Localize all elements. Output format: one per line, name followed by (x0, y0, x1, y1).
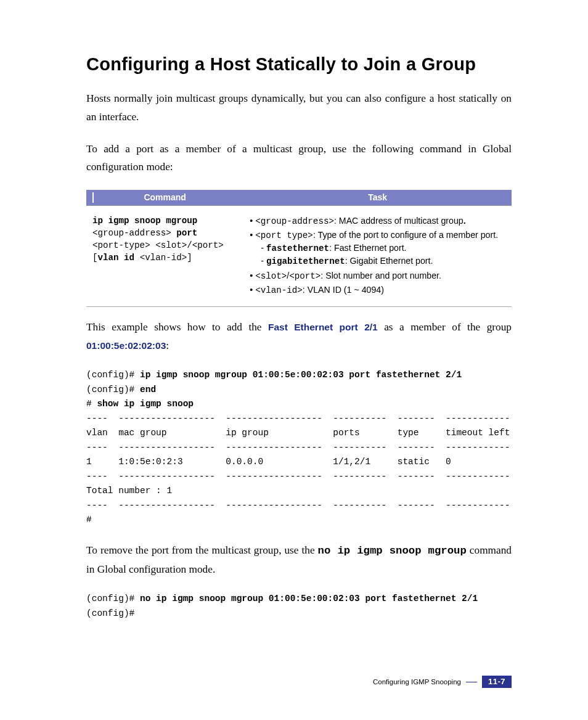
text: : VLAN ID (1 ~ 4094) (303, 285, 384, 295)
code: fastethernet (266, 243, 329, 253)
footer-divider (466, 682, 477, 682)
task-bullet: <slot>/<port>: Slot number and port numb… (250, 269, 505, 282)
output: ---- ------------------ ----------------… (86, 414, 510, 423)
paragraph-intro: Hosts normally join multicast groups dyn… (86, 89, 512, 126)
text: : MAC address of multicast group (334, 216, 463, 226)
output: # (86, 515, 92, 525)
prompt: (config)# (86, 608, 134, 618)
text: To remove the port from the multicast gr… (86, 544, 318, 556)
paragraph-remove: To remove the port from the multicast gr… (86, 541, 512, 579)
cmd: show ip igmp snoop (97, 399, 194, 409)
cell-task: <group-address>: MAC address of multicas… (243, 206, 512, 307)
code: <vlan-id> (255, 285, 303, 295)
prompt: (config)# (86, 594, 140, 603)
text: : Fast Ethernet port. (329, 243, 406, 253)
prompt: (config)# (86, 370, 140, 380)
cmd-text: [ (92, 253, 98, 263)
task-subitem: - gigabitethernet: Gigabit Ethernet port… (250, 255, 505, 268)
cell-command: ip igmp snoop mgroup <group-address> por… (86, 206, 243, 307)
inline-code: no ip igmp snoop mgroup (318, 545, 467, 557)
code: gigabitethernet (266, 256, 345, 266)
text: . (463, 216, 466, 226)
section-title: Configuring a Host Statically to Join a … (86, 54, 512, 75)
task-subitem: - fastethernet: Fast Ethernet port. (250, 242, 505, 255)
page-content: Configuring a Host Statically to Join a … (86, 54, 512, 634)
code: <group-address> (255, 216, 334, 226)
paragraph-instruction: To add a port as a member of a multicast… (86, 140, 512, 177)
prompt: # (86, 399, 97, 409)
command-table: Command Task ip igmp snoop mgroup <group… (86, 190, 512, 307)
text: : Gigabit Ethernet port. (345, 256, 433, 266)
cmd-keyword: ip igmp snoop mgroup (92, 216, 197, 226)
task-bullet: <group-address>: MAC address of multicas… (250, 215, 505, 227)
code: <slot> (255, 271, 287, 281)
text: This example shows how to add the (86, 321, 268, 333)
task-bullet: <vlan-id>: VLAN ID (1 ~ 4094) (250, 284, 505, 297)
cmd-keyword: vlan id (98, 253, 135, 263)
text: : Slot number and port number. (321, 271, 441, 280)
table-row: ip igmp snoop mgroup <group-address> por… (86, 206, 512, 307)
code-block-add: (config)# ip igmp snoop mgroup 01:00:5e:… (86, 368, 512, 527)
cmd-arg: <group-address> (92, 228, 171, 238)
output: 1 1:0:5e:0:2:3 0.0.0.0 1/1,2/1 static 0 (86, 457, 451, 467)
cmd-arg: <vlan-id> (134, 253, 187, 263)
table-header-row: Command Task (86, 190, 512, 206)
cmd-arg: <port-type> <slot> (92, 240, 187, 250)
text: : (166, 340, 169, 351)
output: ---- ------------------ ----------------… (86, 501, 510, 510)
cmd-text: / (187, 240, 192, 250)
output: Total number : 1 (86, 486, 172, 496)
cmd: no ip igmp snoop mgroup 01:00:5e:00:02:0… (140, 594, 478, 603)
paragraph-example: This example shows how to add the Fast E… (86, 318, 512, 355)
task-bullet: <port type>: Type of the port to configu… (250, 229, 505, 268)
prompt: (config)# (86, 385, 140, 395)
output: ---- ------------------ ----------------… (86, 443, 510, 452)
highlight: 01:00:5e:02:02:03 (86, 340, 166, 351)
text: : Type of the port to configure of a mem… (313, 230, 498, 240)
footer-text: Configuring IGMP Snooping (373, 678, 461, 685)
code: <port> (289, 271, 321, 281)
output: vlan mac group ip group ports type timeo… (86, 428, 510, 438)
page-number-badge: 11-7 (482, 676, 512, 688)
code-block-remove: (config)# no ip igmp snoop mgroup 01:00:… (86, 592, 512, 621)
page-footer: Configuring IGMP Snooping 11-7 (373, 676, 512, 688)
cmd: end (140, 385, 156, 395)
code: <port type> (255, 231, 313, 240)
cmd-keyword: port (171, 228, 198, 238)
cmd: ip igmp snoop mgroup 01:00:5e:00:02:03 p… (140, 370, 462, 380)
header-task: Task (243, 190, 512, 206)
highlight: Fast Ethernet port 2/1 (268, 322, 378, 332)
header-command: Command (86, 190, 243, 206)
cmd-text: ] (187, 253, 192, 263)
cmd-arg: <port> (192, 240, 224, 250)
output: ---- ------------------ ----------------… (86, 472, 510, 481)
text: as a member of the group (378, 321, 512, 333)
